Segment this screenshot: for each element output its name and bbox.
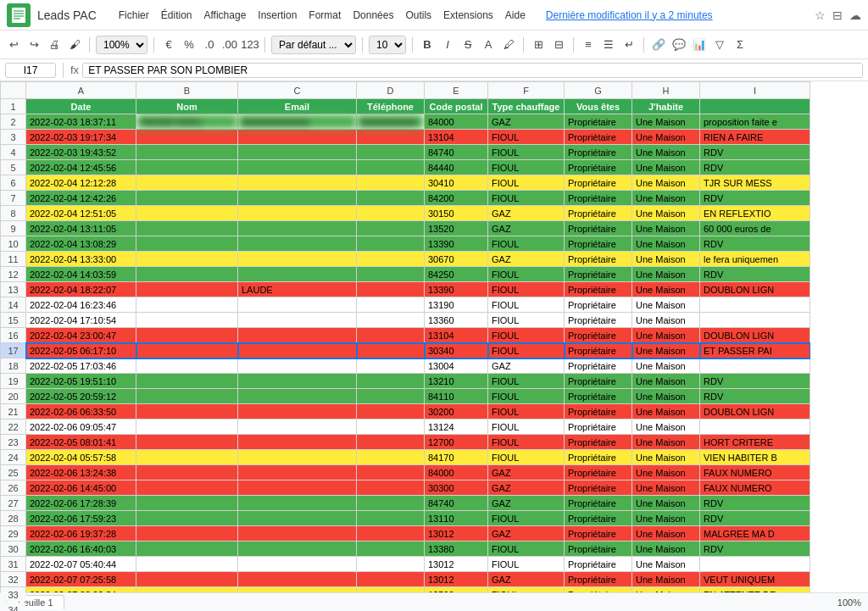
cell-h29[interactable]: Une Maison [632,526,700,542]
cell-g12[interactable]: Propriétaire [565,267,632,282]
cell-e28[interactable]: 13110 [425,511,488,526]
cell-g9[interactable]: Propriétaire [565,221,632,236]
cell-h2[interactable]: Une Maison [632,114,700,130]
cell-c7[interactable] [238,191,357,206]
menu-outils[interactable]: Outils [400,8,437,23]
cell-f19[interactable]: FIOUL [488,374,565,389]
cell-f6[interactable]: FIOUL [488,175,565,191]
cell-h12[interactable]: Une Maison [632,267,700,282]
cell-d1[interactable]: Téléphone [357,99,425,114]
cell-i19[interactable]: RDV [700,374,810,389]
cell-a3[interactable]: 2022-02-03 19:17:34 [26,130,136,145]
cell-f1[interactable]: Type chauffage [488,99,565,114]
cell-c30[interactable] [238,542,357,557]
cell-c11[interactable] [238,252,357,267]
cell-g32[interactable]: Propriétaire [565,572,632,587]
cell-g5[interactable]: Propriétaire [565,160,632,175]
cell-f21[interactable]: FIOUL [488,404,565,419]
cell-g25[interactable]: Propriétaire [565,465,632,480]
cell-a27[interactable]: 2022-02-06 17:28:39 [26,496,136,511]
cell-g20[interactable]: Propriétaire [565,389,632,404]
cell-h25[interactable]: Une Maison [632,465,700,480]
cell-d22[interactable] [357,419,425,435]
cell-b24[interactable] [136,450,238,465]
cell-i3[interactable]: RIEN A FAIRE [700,130,810,145]
merge-icon[interactable]: ⊟ [550,36,567,53]
cell-g16[interactable]: Propriétaire [565,328,632,343]
cell-b1[interactable]: Nom [136,99,238,114]
cell-c14[interactable] [238,297,357,313]
cell-i4[interactable]: RDV [700,145,810,160]
cell-i12[interactable]: RDV [700,267,810,282]
cell-a23[interactable]: 2022-02-05 08:01:41 [26,435,136,450]
cell-e32[interactable]: 13012 [425,572,488,587]
text-color-icon[interactable]: A [480,36,497,53]
cell-i9[interactable]: 60 000 euros de [700,221,810,236]
cell-c9[interactable] [238,221,357,236]
function-icon[interactable]: Σ [732,36,748,53]
cell-b16[interactable] [136,328,238,343]
cell-c20[interactable] [238,389,357,404]
cell-c2[interactable]: ●●●●●●●●●●●● [238,114,357,130]
cell-e4[interactable]: 84740 [425,145,488,160]
cell-a7[interactable]: 2022-02-04 12:42:26 [26,191,136,206]
cell-g3[interactable]: Propriétaire [565,130,632,145]
cell-i1[interactable] [700,99,810,114]
cell-h8[interactable]: Une Maison [632,206,700,221]
cell-b19[interactable] [136,374,238,389]
cell-a15[interactable]: 2022-02-04 17:10:54 [26,313,136,328]
cell-a20[interactable]: 2022-02-05 20:59:12 [26,389,136,404]
col-header-g[interactable]: G [565,82,632,99]
col-header-e[interactable]: E [425,82,488,99]
cell-h13[interactable]: Une Maison [632,282,700,297]
menu-format[interactable]: Format [303,8,346,23]
cell-i31[interactable] [700,557,810,572]
cell-i24[interactable]: VIEN HABITER B [700,450,810,465]
cell-i17[interactable]: ET PASSER PAI [700,343,810,358]
cell-d26[interactable] [357,480,425,496]
cell-c28[interactable] [238,511,357,526]
cell-g21[interactable]: Propriétaire [565,404,632,419]
cell-f31[interactable]: FIOUL [488,557,565,572]
menu-donnees[interactable]: Données [348,8,398,23]
cell-b28[interactable] [136,511,238,526]
cell-f23[interactable]: FIOUL [488,435,565,450]
cell-e14[interactable]: 13190 [425,297,488,313]
cell-h7[interactable]: Une Maison [632,191,700,206]
cell-b10[interactable] [136,236,238,252]
comment-icon[interactable]: 💬 [670,36,687,53]
cell-f8[interactable]: GAZ [488,206,565,221]
cell-e17[interactable]: 30340 [425,343,488,358]
cell-e18[interactable]: 13004 [425,358,488,374]
cell-i32[interactable]: VEUT UNIQUEM [700,572,810,587]
cell-d4[interactable] [357,145,425,160]
cell-a22[interactable]: 2022-02-06 09:05:47 [26,419,136,435]
cell-c16[interactable] [238,328,357,343]
col-header-h[interactable]: H [632,82,700,99]
cell-e12[interactable]: 84250 [425,267,488,282]
cell-g29[interactable]: Propriétaire [565,526,632,542]
cell-b25[interactable] [136,465,238,480]
align-center-icon[interactable]: ☰ [600,36,617,53]
cell-e11[interactable]: 30670 [425,252,488,267]
cell-f5[interactable]: FIOUL [488,160,565,175]
cell-h20[interactable]: Une Maison [632,389,700,404]
cell-h1[interactable]: J'habite [632,99,700,114]
cell-a25[interactable]: 2022-02-06 13:24:38 [26,465,136,480]
cell-g6[interactable]: Propriétaire [565,175,632,191]
cell-a4[interactable]: 2022-02-03 19:43:52 [26,145,136,160]
cell-c5[interactable] [238,160,357,175]
formula-input[interactable] [82,63,863,78]
cell-i13[interactable]: DOUBLON LIGN [700,282,810,297]
cell-f10[interactable]: FIOUL [488,236,565,252]
cell-b31[interactable] [136,557,238,572]
cell-f15[interactable]: FIOUL [488,313,565,328]
cell-e22[interactable]: 13124 [425,419,488,435]
cell-f20[interactable]: FIOUL [488,389,565,404]
cell-h15[interactable]: Une Maison [632,313,700,328]
cell-a16[interactable]: 2022-02-04 23:00:47 [26,328,136,343]
cell-b32[interactable] [136,572,238,587]
cell-h31[interactable]: Une Maison [632,557,700,572]
cell-f18[interactable]: GAZ [488,358,565,374]
cell-g2[interactable]: Propriétaire [565,114,632,130]
